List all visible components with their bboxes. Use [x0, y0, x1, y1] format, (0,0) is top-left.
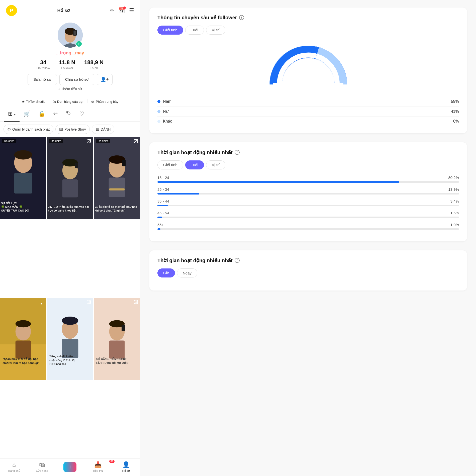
tab-vi-tri-follower[interactable]: Vị trí: [206, 26, 226, 35]
bar-fill: [157, 193, 199, 195]
video-item-6[interactable]: CỐ GẮNG THÊM 1 CHÚT LÀ 1 BƯỚC TỚI MƠ ƯỚC…: [94, 298, 140, 380]
age-label: 35 - 44: [157, 199, 169, 203]
edit-icon[interactable]: ✏: [110, 8, 114, 14]
share-profile-button[interactable]: Chia sẻ hồ sơ: [59, 74, 94, 85]
gear-icon: ⚙: [7, 127, 11, 132]
video-item-5[interactable]: Tiếng anh đã khiến cuộc sống tớ THÚ VỊ H…: [47, 298, 93, 380]
svg-text:LÀ 1 BƯỚC TỚI MƠ ƯỚC: LÀ 1 BƯỚC TỚI MƠ ƯỚC: [96, 361, 128, 364]
nu-dot: [157, 110, 160, 113]
heart-icon-4: ♥: [38, 300, 44, 307]
legend-nam-left: Nam: [157, 99, 171, 104]
age-pct: 13.9%: [448, 187, 459, 192]
image-icon-6: 🖼: [134, 300, 138, 305]
tab-repost[interactable]: ↩: [49, 107, 62, 121]
age-row: 45 - 54 1.5%: [157, 211, 459, 218]
tab-gioi-tinh-follower[interactable]: Giới tính: [157, 26, 183, 35]
tab-tuoi-activity[interactable]: Tuổi: [185, 160, 204, 169]
age-row: 55+ 1.0%: [157, 223, 459, 230]
studio-label: TikTok Studio: [26, 100, 46, 104]
add-bio-link[interactable]: + Thêm tiểu sử: [58, 87, 82, 91]
tab-gio[interactable]: Giờ: [157, 268, 175, 277]
tab-shop[interactable]: 🛒: [20, 107, 34, 121]
tab-gioi-tinh-activity[interactable]: Giới tính: [157, 160, 183, 169]
svg-rect-40: [122, 325, 125, 331]
tab-videos[interactable]: ⊞ ▾: [4, 107, 20, 121]
video-item-1[interactable]: Đã ghim SỰ NỖ LỰC🍀 MAY MẮN 🍀QUYẾT TÂM CA…: [0, 137, 46, 219]
svg-point-32: [62, 316, 78, 325]
tab-locked[interactable]: 🔒: [34, 107, 49, 121]
shop-label: Cửa hàng: [36, 469, 48, 472]
age-row: 18 - 24 80.2%: [157, 175, 459, 183]
activity-tabs: Giới tính Tuổi Vị trí: [157, 160, 459, 169]
quick-link-studio[interactable]: ★ TikTok Studio: [19, 99, 49, 105]
activity-card-title: Thời gian hoạt động nhiều nhất i: [157, 149, 459, 155]
left-panel: P Hồ sơ ✏ 📅 ☰: [0, 0, 140, 476]
menu-icon[interactable]: ☰: [129, 7, 134, 14]
svg-text:chứ rõi loại m học hành gì": chứ rõi loại m học hành gì": [3, 361, 39, 365]
profile-section: + ...trọng...may 34 Đã follow 11,8 N Fol…: [0, 19, 140, 96]
video-item-2[interactable]: Đã ghim 🖼 2k7, 1.2 triệu, cuộc đua vào đ…: [47, 137, 93, 219]
nav-profile[interactable]: 👤 Hồ sơ: [112, 461, 140, 472]
add-content-button[interactable]: +: [63, 462, 76, 472]
dropdown-arrow: ▾: [14, 113, 16, 116]
image-icon-3: 🖼: [134, 139, 138, 143]
gender-donut-chart: [266, 41, 351, 91]
nav-home[interactable]: ⌂ Trang chủ: [0, 461, 28, 472]
tab-ngay[interactable]: Ngày: [177, 268, 197, 277]
video-text-1: SỰ NỖ LỰC🍀 MAY MẮN 🍀QUYẾT TÂM CAO ĐỘ: [1, 202, 45, 212]
top-bar-actions: ✏ 📅 ☰: [110, 7, 134, 14]
edit-profile-button[interactable]: Sửa hồ sơ: [28, 74, 57, 85]
profile-icon: 👤: [122, 461, 130, 468]
svg-text:cuộc sống tớ THÚ VỊ: cuộc sống tớ THÚ VỊ: [49, 358, 74, 361]
svg-rect-20: [122, 160, 126, 166]
bar-bg: [157, 181, 459, 183]
notif-dot: [123, 7, 126, 9]
follower-info-card: Thông tin chuyên sâu về follower i Giới …: [149, 8, 467, 133]
tab-tuoi-follower[interactable]: Tuổi: [185, 26, 204, 35]
gender-chart-container: [157, 41, 459, 91]
tab-tagged[interactable]: [62, 107, 75, 121]
khac-value: 0%: [453, 119, 459, 124]
khac-label: Khác: [163, 119, 172, 124]
calendar-icon[interactable]: 📅: [118, 7, 125, 14]
bar-fill: [157, 217, 162, 218]
video-item-3[interactable]: Đã ghim 🖼 Cuộc đời tớ đã thay đổi như nà…: [94, 137, 140, 219]
profile-btn-row: Sửa hồ sơ Chia sẻ hồ sơ 👤+: [28, 74, 113, 85]
tab-liked[interactable]: ♡: [75, 107, 88, 121]
avatar-add-icon[interactable]: +: [76, 41, 82, 47]
manage-playlist-btn[interactable]: ⚙ Quản lý danh sách phát: [4, 125, 53, 134]
activity-info-icon: i: [235, 150, 240, 155]
shop-nav-icon: 🛍: [39, 461, 45, 468]
home-icon: ⌂: [12, 461, 16, 468]
positive-story-btn[interactable]: ▦ Positive Story: [55, 125, 90, 134]
svg-text:HƠN như nào: HƠN như nào: [49, 363, 66, 365]
danh-btn[interactable]: ▦ DÀNH: [92, 125, 115, 134]
legend-nu: Nữ 41%: [157, 107, 459, 117]
nam-value: 59%: [451, 99, 459, 104]
nav-add-container: +: [56, 461, 84, 472]
nam-label: Nam: [163, 99, 171, 104]
pinned-badge-1: Đã ghim: [2, 139, 16, 143]
add-friend-button[interactable]: 👤+: [97, 74, 113, 85]
svg-rect-38: [109, 340, 125, 358]
stat-followers: 11,8 N Follower: [59, 59, 75, 70]
age-row: 35 - 44 3.4%: [157, 199, 459, 206]
quick-link-orders[interactable]: 🛍 Đơn hàng của bạn: [50, 99, 87, 105]
tab-vi-tri-activity[interactable]: Vị trí: [206, 160, 226, 169]
svg-text:CỐ GẮNG THÊM 1 CHÚT: CỐ GẮNG THÊM 1 CHÚT: [96, 357, 127, 360]
video-item-4[interactable]: "tự ăn may mới đỗ đại học chứ rõi loại m…: [0, 298, 46, 380]
likes-label: Thích: [84, 66, 104, 70]
bar-bg: [157, 193, 459, 195]
positive-label: Positive Story: [64, 127, 86, 131]
activity-card-2-title: Thời gian hoạt động nhiều nhất i: [157, 257, 459, 263]
bar-bg: [157, 217, 459, 218]
inbox-badge: 86: [109, 460, 115, 463]
follower-card-title: Thông tin chuyên sâu về follower i: [157, 15, 459, 21]
nav-shop[interactable]: 🛍 Cửa hàng: [28, 461, 56, 472]
quick-link-display[interactable]: 🛍 Phần trưng bày: [88, 99, 121, 105]
svg-rect-15: [75, 163, 78, 168]
legend-khac-left: Khác: [157, 119, 172, 124]
video-text-3: Cuộc đời tớ đã thay đổi như nào khi có 1…: [95, 205, 139, 212]
nav-inbox[interactable]: 📥 86 Hộp thư: [84, 461, 112, 472]
legend-khac: Khác 0%: [157, 117, 459, 126]
